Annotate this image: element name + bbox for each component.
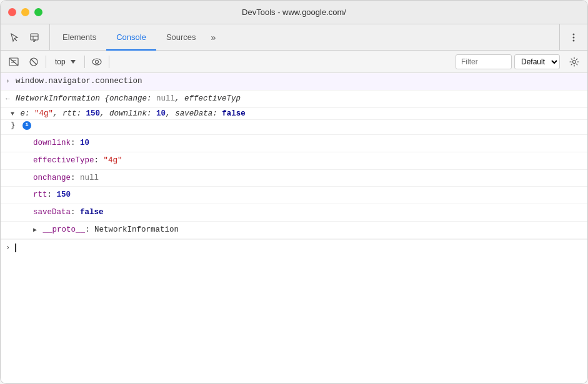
window-controls [8,8,42,16]
expand-triangle[interactable]: ▼ [11,109,14,119]
settings-icon[interactable] [566,54,582,70]
output-brace-content: } i [11,120,582,132]
prop-downlink: downlink: 10 [1,135,587,152]
input-arrow[interactable]: › [6,76,10,87]
title-bar: DevTools - www.google.com/ [1,1,587,24]
eye-icon[interactable] [89,54,105,70]
tab-elements[interactable]: Elements [52,25,106,51]
console-output-entry-1: ← NetworkInformation {onchange: null, ef… [1,91,587,108]
svg-point-7 [573,36,575,38]
context-label: top [55,57,66,66]
log-level-select[interactable]: Default [514,54,560,69]
close-button[interactable] [8,8,16,16]
input-content: window.navigator.connection [16,76,582,87]
svg-point-6 [573,33,575,35]
tab-console[interactable]: Console [106,25,156,51]
toolbar-divider-3 [109,56,109,68]
kebab-menu-button[interactable] [565,29,582,46]
maximize-button[interactable] [34,8,42,16]
prop-effectiveType: effectiveType: "4g" [1,152,587,170]
tab-bar: Elements Console Sources » [1,24,587,51]
prop-proto: ▶ __proto__: NetworkInformation [1,222,587,239]
prop-saveData: saveData: false [1,204,587,222]
filter-input[interactable] [456,54,512,69]
output-expand-content: ▼ e: "4g", rtt: 150, downlink: 10, saveD… [11,108,582,120]
context-selector[interactable]: top [50,56,81,68]
tabs: Elements Console Sources » [52,24,559,50]
filter-area: Default [456,54,560,69]
svg-rect-1 [31,34,38,40]
more-tabs-button[interactable]: » [206,24,221,50]
console-output-expand-line: ▼ e: "4g", rtt: 150, downlink: 10, saveD… [1,108,587,121]
tab-sources[interactable]: Sources [156,25,206,51]
output-summary: NetworkInformation {onchange: null, effe… [16,93,582,105]
console-input-entry: › window.navigator.connection [1,73,587,91]
output-back-arrow: ← [6,94,10,104]
prop-onchange: onchange: null [1,170,587,187]
window-title: DevTools - www.google.com/ [242,7,346,17]
block-icon[interactable] [26,54,42,70]
proto-expand[interactable]: ▶ [33,225,37,235]
tab-bar-tools [6,24,50,50]
console-output-brace: } i [1,120,587,135]
cursor-icon[interactable] [6,29,23,46]
svg-point-16 [95,60,98,63]
tab-bar-right [559,24,582,50]
svg-line-12 [9,58,18,66]
console-prompt: › [6,244,10,252]
clear-console-button[interactable] [6,54,22,70]
console-output-area: › window.navigator.connection ← NetworkI… [1,73,587,384]
svg-point-15 [92,59,101,65]
console-cursor [15,244,16,252]
toolbar-divider-2 [84,56,85,68]
svg-point-17 [573,60,576,63]
svg-point-8 [573,39,575,41]
minimize-button[interactable] [21,8,29,16]
info-icon[interactable]: i [22,121,31,130]
console-toolbar: top Default [1,51,587,73]
inspect-icon[interactable] [26,29,43,46]
svg-line-14 [31,59,37,64]
toolbar-divider-1 [46,56,46,68]
svg-line-0 [14,38,17,41]
console-input-row: › [1,239,587,256]
prop-rtt: rtt: 150 [1,187,587,204]
